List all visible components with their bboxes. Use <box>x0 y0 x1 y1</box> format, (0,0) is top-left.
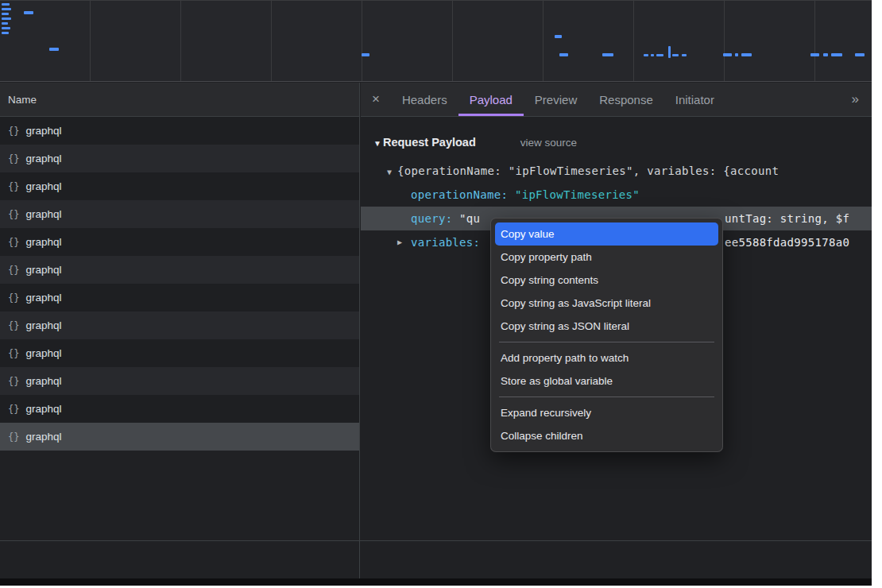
network-main-area: Name {}graphql{}graphql{}graphql{}graphq… <box>0 83 872 578</box>
json-braces-icon: {} <box>8 292 19 304</box>
request-payload-section-header: ▼ Request Payload view source <box>361 136 872 149</box>
timeline-activity-bar <box>723 53 732 56</box>
request-list-panel: Name {}graphql{}graphql{}graphql{}graphq… <box>0 83 360 578</box>
timeline-activity-bar <box>644 54 648 56</box>
root-object-preview: {operationName: "ipFlowTimeseries", vari… <box>397 164 779 177</box>
timeline-activity-bar <box>823 53 828 56</box>
tab-preview[interactable]: Preview <box>524 83 588 116</box>
window-bottom-edge <box>0 578 872 586</box>
timeline-activity-bar <box>831 53 842 56</box>
timeline-activity-bar <box>2 27 10 29</box>
timeline-activity-bar <box>2 13 9 15</box>
detail-tab-bar: × HeadersPayloadPreviewResponseInitiator… <box>361 83 872 117</box>
menu-item-add-property-path-to-watch[interactable]: Add property path to watch <box>491 346 722 369</box>
timeline-activity-bar <box>651 54 654 56</box>
name-column-header[interactable]: Name <box>0 83 359 117</box>
menu-item-expand-recursively[interactable]: Expand recursively <box>491 401 722 424</box>
timeline-activity-bar <box>2 22 8 25</box>
timeline-activity-bar <box>656 54 663 56</box>
request-name: graphql <box>25 403 61 415</box>
menu-separator <box>499 397 714 397</box>
menu-item-copy-value[interactable]: Copy value <box>495 222 718 246</box>
timeline-activity-bar <box>810 53 819 56</box>
request-row[interactable]: {}graphql <box>0 284 359 311</box>
request-row[interactable]: {}graphql <box>0 256 359 284</box>
root-expand-icon[interactable]: ▼ <box>387 168 392 176</box>
json-braces-icon: {} <box>8 181 19 192</box>
property-key: query: <box>411 212 459 225</box>
request-name: graphql <box>25 236 61 248</box>
json-braces-icon: {} <box>8 126 19 137</box>
payload-row-operationName[interactable]: operationName: "ipFlowTimeseries" <box>361 183 872 207</box>
timeline-activity-bar <box>49 48 59 51</box>
menu-item-copy-string-contents[interactable]: Copy string contents <box>491 269 722 292</box>
request-row[interactable]: {}graphql <box>0 367 359 395</box>
timeline-activity-bar <box>602 53 613 56</box>
timeline-activity-bar <box>24 11 33 14</box>
request-name: graphql <box>25 319 61 331</box>
close-icon[interactable]: × <box>361 91 391 107</box>
timeline-activity-bar <box>672 54 679 56</box>
request-name: graphql <box>25 292 61 304</box>
request-row[interactable]: {}graphql <box>0 200 359 228</box>
request-name: graphql <box>25 180 61 192</box>
request-row[interactable]: {}graphql <box>0 117 359 145</box>
menu-item-collapse-children[interactable]: Collapse children <box>491 424 722 447</box>
name-column-label: Name <box>8 94 37 106</box>
timeline-activity-bar <box>668 46 671 58</box>
timeline-activity-bar <box>2 32 9 34</box>
menu-item-copy-property-path[interactable]: Copy property path <box>491 246 722 269</box>
menu-item-copy-string-as-json-literal[interactable]: Copy string as JSON literal <box>491 315 722 338</box>
tab-list: HeadersPayloadPreviewResponseInitiator <box>391 83 725 116</box>
more-tabs-icon[interactable]: » <box>839 91 872 107</box>
request-name: graphql <box>25 431 61 443</box>
json-braces-icon: {} <box>8 153 19 164</box>
request-name: graphql <box>25 264 61 276</box>
request-name: graphql <box>25 125 61 137</box>
timeline-activity-bar <box>362 53 369 56</box>
devtools-screenshot: Name {}graphql{}graphql{}graphql{}graphq… <box>0 0 882 588</box>
view-source-link[interactable]: view source <box>520 136 577 149</box>
request-name: graphql <box>25 153 61 164</box>
property-key: operationName: <box>411 188 515 201</box>
property-value-end: ee5588fdad995178a0 <box>725 230 849 254</box>
request-name: graphql <box>25 347 61 359</box>
json-braces-icon: {} <box>8 237 19 248</box>
request-row[interactable]: {}graphql <box>0 311 359 339</box>
json-braces-icon: {} <box>8 376 19 387</box>
timeline-activity-bar <box>741 53 752 56</box>
json-braces-icon: {} <box>8 265 19 276</box>
request-name: graphql <box>25 375 61 387</box>
request-row[interactable]: {}graphql <box>0 145 359 172</box>
menu-item-copy-string-as-javascript-literal[interactable]: Copy string as JavaScript literal <box>491 292 722 315</box>
timeline-activity-bar <box>735 53 738 56</box>
request-row[interactable]: {}graphql <box>0 423 359 451</box>
tab-headers[interactable]: Headers <box>391 83 458 116</box>
tab-payload[interactable]: Payload <box>458 83 524 116</box>
section-title: Request Payload <box>383 136 476 149</box>
request-row[interactable]: {}graphql <box>0 395 359 423</box>
section-expand-icon[interactable]: ▼ <box>373 137 381 150</box>
footer-divider <box>0 540 872 541</box>
request-list: {}graphql{}graphql{}graphql{}graphql{}gr… <box>0 117 359 451</box>
request-row[interactable]: {}graphql <box>0 172 359 200</box>
tab-response[interactable]: Response <box>588 83 664 116</box>
json-braces-icon: {} <box>8 209 19 220</box>
timeline-activity-bar <box>855 53 865 56</box>
devtools-network-panel: Name {}graphql{}graphql{}graphql{}graphq… <box>0 0 872 586</box>
timeline-activity-bar <box>555 35 562 38</box>
menu-separator <box>499 342 714 342</box>
payload-root-row[interactable]: ▼{operationName: "ipFlowTimeseries", var… <box>361 159 872 183</box>
timeline-activity-bar <box>2 3 10 6</box>
tab-initiator[interactable]: Initiator <box>664 83 725 116</box>
property-value-end: untTag: string, $f <box>725 207 849 230</box>
request-row[interactable]: {}graphql <box>0 228 359 256</box>
request-name: graphql <box>25 208 61 220</box>
timeline-activity-bar <box>2 8 11 10</box>
request-row[interactable]: {}graphql <box>0 339 359 367</box>
network-overview-timeline[interactable] <box>0 0 872 82</box>
timeline-activity-bar <box>559 53 568 56</box>
property-value-start: "qu <box>459 212 480 225</box>
menu-item-store-as-global-variable[interactable]: Store as global variable <box>491 369 722 393</box>
expand-arrow-icon[interactable]: ▶ <box>397 230 402 254</box>
